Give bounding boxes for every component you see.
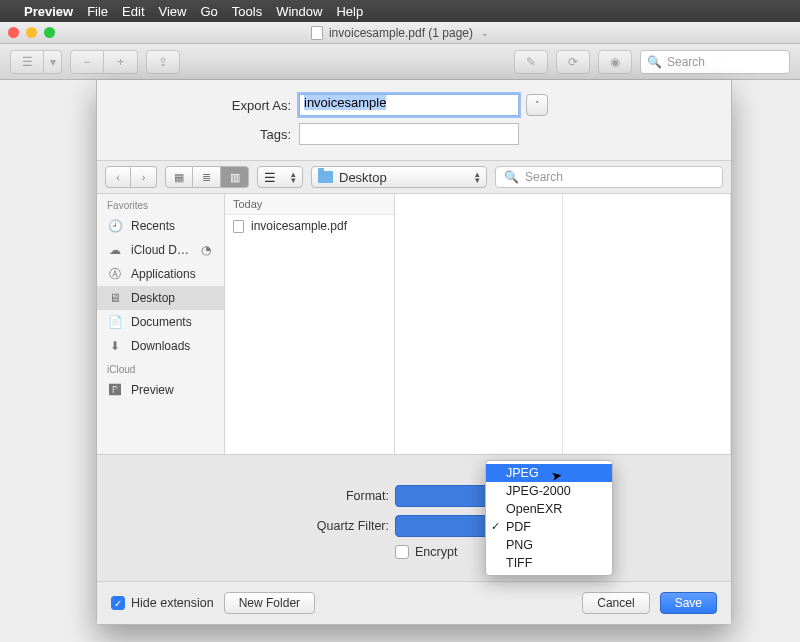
window-title: invoicesample.pdf (1 page): [329, 26, 473, 40]
sidebar-item-downloads[interactable]: ⬇︎Downloads: [97, 334, 224, 358]
documents-icon: 📄: [107, 315, 123, 329]
encrypt-checkbox[interactable]: [395, 545, 409, 559]
search-icon: 🔍: [504, 170, 519, 184]
format-option-pdf[interactable]: PDF: [486, 518, 612, 536]
toolbar-search[interactable]: 🔍 Search: [640, 50, 790, 74]
cancel-button[interactable]: Cancel: [582, 592, 649, 614]
menu-window[interactable]: Window: [276, 4, 322, 19]
icon-view-button[interactable]: ▦: [165, 166, 193, 188]
nav-forward-button[interactable]: ›: [131, 166, 157, 188]
location-bar: ‹ › ▦ ≣ ▥ ☰ ▴▾ Desktop ▴▾ �: [97, 160, 731, 194]
menu-go[interactable]: Go: [200, 4, 217, 19]
new-folder-button[interactable]: New Folder: [224, 592, 315, 614]
markup-button[interactable]: ◉: [598, 50, 632, 74]
format-option-jpeg2000[interactable]: JPEG-2000: [486, 482, 612, 500]
location-search-placeholder: Search: [525, 170, 563, 184]
zoom-out-button[interactable]: −: [70, 50, 104, 74]
file-group-head: Today: [225, 194, 394, 215]
sidebar-menu-button[interactable]: ▾: [44, 50, 62, 74]
collapse-sheet-button[interactable]: ˄: [526, 94, 548, 116]
minimize-window-button[interactable]: [26, 27, 37, 38]
menu-file[interactable]: File: [87, 4, 108, 19]
search-icon: 🔍: [647, 55, 662, 69]
nav-back-button[interactable]: ‹: [105, 166, 131, 188]
menubar: Preview File Edit View Go Tools Window H…: [0, 0, 800, 22]
menu-app[interactable]: Preview: [24, 4, 73, 19]
group-icon: ☰: [264, 170, 276, 185]
preview-app-icon: 🅿︎: [107, 383, 123, 397]
location-name: Desktop: [339, 170, 387, 185]
format-option-jpeg[interactable]: JPEG: [486, 464, 612, 482]
export-sheet: Export As: invoicesample ˄ Tags: ‹ › ▦ ≣: [96, 80, 732, 625]
hide-extension-label: Hide extension: [131, 596, 214, 610]
share-button[interactable]: ⇪: [146, 50, 180, 74]
list-view-button[interactable]: ≣: [193, 166, 221, 188]
file-item[interactable]: invoicesample.pdf: [225, 215, 394, 237]
zoom-window-button[interactable]: [44, 27, 55, 38]
downloads-icon: ⬇︎: [107, 339, 123, 353]
pdf-file-icon: [233, 220, 244, 233]
menu-view[interactable]: View: [159, 4, 187, 19]
desktop-icon: 🖥: [107, 291, 123, 305]
export-as-value: invoicesample: [304, 95, 386, 110]
file-browser: Favorites 🕘Recents ☁︎iCloud D…◔ ⒶApplica…: [97, 194, 731, 454]
sidebar[interactable]: Favorites 🕘Recents ☁︎iCloud D…◔ ⒶApplica…: [97, 194, 225, 454]
sidebar-icloud-head: iCloud: [97, 358, 224, 378]
location-search[interactable]: 🔍 Search: [495, 166, 723, 188]
rotate-button[interactable]: ⟳: [556, 50, 590, 74]
format-menu: JPEG JPEG-2000 OpenEXR PDF PNG TIFF: [485, 460, 613, 576]
export-as-field[interactable]: invoicesample: [299, 94, 519, 116]
options-panel: Format: ▴▾ Quartz Filter: ▴▾ Encrypt: [97, 454, 731, 581]
menu-tools[interactable]: Tools: [232, 4, 262, 19]
sidebar-item-documents[interactable]: 📄Documents: [97, 310, 224, 334]
format-option-png[interactable]: PNG: [486, 536, 612, 554]
file-column: Today invoicesample.pdf: [225, 194, 395, 454]
tags-label: Tags:: [115, 127, 299, 142]
hide-extension-checkbox[interactable]: ✓: [111, 596, 125, 610]
applications-icon: Ⓐ: [107, 267, 123, 281]
progress-icon: ◔: [198, 243, 214, 257]
bottom-bar: ✓ Hide extension New Folder Cancel Save: [97, 581, 731, 624]
cloud-icon: ☁︎: [107, 243, 123, 257]
folder-icon: [318, 171, 333, 183]
format-label: Format:: [115, 489, 395, 503]
group-by-popup[interactable]: ☰ ▴▾: [257, 166, 303, 188]
highlight-button[interactable]: ✎: [514, 50, 548, 74]
document-icon: [311, 26, 323, 40]
sidebar-favorites-head: Favorites: [97, 194, 224, 214]
zoom-in-button[interactable]: +: [104, 50, 138, 74]
titlebar: invoicesample.pdf (1 page) ⌄: [0, 22, 800, 44]
sidebar-item-preview-icloud[interactable]: 🅿︎Preview: [97, 378, 224, 402]
menu-edit[interactable]: Edit: [122, 4, 144, 19]
sidebar-item-applications[interactable]: ⒶApplications: [97, 262, 224, 286]
toolbar: ☰ ▾ − + ⇪ ✎ ⟳ ◉ 🔍 Search: [0, 44, 800, 80]
sidebar-item-icloud-drive[interactable]: ☁︎iCloud D…◔: [97, 238, 224, 262]
format-option-tiff[interactable]: TIFF: [486, 554, 612, 572]
menu-help[interactable]: Help: [336, 4, 363, 19]
sidebar-item-desktop[interactable]: 🖥Desktop: [97, 286, 224, 310]
title-dropdown-icon[interactable]: ⌄: [481, 28, 489, 38]
encrypt-label: Encrypt: [415, 545, 457, 559]
tags-field[interactable]: [299, 123, 519, 145]
preview-column-1: [395, 194, 563, 454]
sidebar-toggle-button[interactable]: ☰: [10, 50, 44, 74]
preview-column-2: [563, 194, 731, 454]
save-button[interactable]: Save: [660, 592, 717, 614]
toolbar-search-placeholder: Search: [667, 55, 705, 69]
quartz-filter-label: Quartz Filter:: [115, 519, 395, 533]
format-option-openexr[interactable]: OpenEXR: [486, 500, 612, 518]
export-as-label: Export As:: [115, 98, 299, 113]
close-window-button[interactable]: [8, 27, 19, 38]
sidebar-item-recents[interactable]: 🕘Recents: [97, 214, 224, 238]
column-view-button[interactable]: ▥: [221, 166, 249, 188]
file-item-name: invoicesample.pdf: [251, 219, 347, 233]
location-popup[interactable]: Desktop ▴▾: [311, 166, 487, 188]
app-window: invoicesample.pdf (1 page) ⌄ ☰ ▾ − + ⇪ ✎…: [0, 22, 800, 642]
mouse-cursor-icon: ➤: [550, 467, 563, 484]
recents-icon: 🕘: [107, 219, 123, 233]
